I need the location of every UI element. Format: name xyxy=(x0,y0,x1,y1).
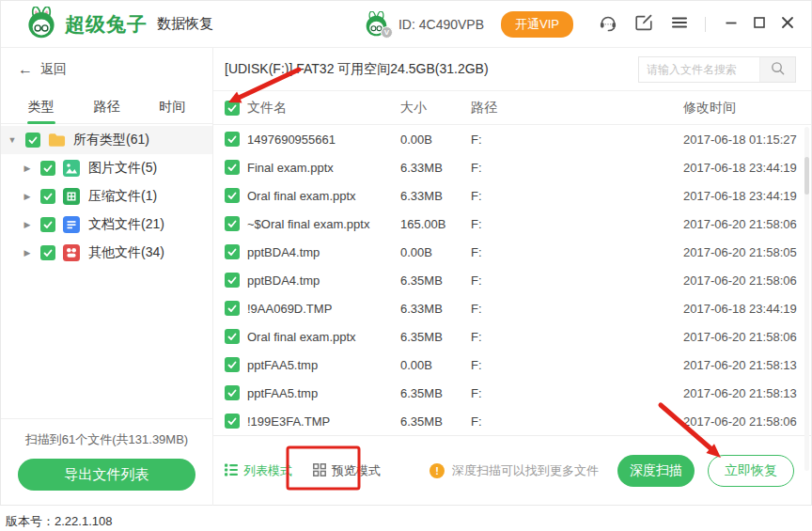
row-checkbox[interactable] xyxy=(225,132,240,147)
cell-modified-time: 2017-06-18 23:44:19 xyxy=(683,189,811,203)
column-header-size[interactable]: 大小 xyxy=(400,100,471,117)
scrollbar-thumb[interactable] xyxy=(804,157,809,195)
tree-item[interactable]: ▼所有类型(61) xyxy=(1,126,212,154)
app-window: 超级兔子 数据恢复 V ID: 4C490VPB 开通VIP xyxy=(0,0,812,506)
row-checkbox[interactable] xyxy=(225,329,240,344)
back-arrow-icon: ← xyxy=(18,61,33,78)
checkbox[interactable] xyxy=(25,133,40,148)
table-row[interactable]: 14976909556610.00BF:2017-06-18 01:15:27 xyxy=(213,125,811,153)
row-checkbox[interactable] xyxy=(225,188,240,203)
row-checkbox[interactable] xyxy=(225,244,240,259)
checkbox[interactable] xyxy=(40,217,55,232)
tree-item[interactable]: ▶图片文件(5) xyxy=(1,154,212,182)
user-avatar-icon[interactable]: V xyxy=(364,11,389,37)
minimize-button[interactable] xyxy=(719,12,743,37)
feedback-button[interactable] xyxy=(630,10,658,39)
menu-button[interactable] xyxy=(665,10,694,39)
maximize-button[interactable] xyxy=(747,12,772,37)
cell-modified-time: 2017-06-18 23:44:19 xyxy=(683,161,811,175)
cell-file-path: F: xyxy=(471,302,683,316)
headset-icon xyxy=(598,12,618,36)
column-header-name[interactable]: 文件名 xyxy=(247,100,400,117)
cell-file-name: pptFAA5.tmp xyxy=(247,386,400,400)
cell-file-size: 6.35MB xyxy=(400,414,471,429)
table-row[interactable]: pptFAA5.tmp6.35MBF:2017-06-20 21:58:13 xyxy=(213,379,811,407)
main-panel: [UDISK(F:)] FAT32 可用空间24.5GB(31.2GB) xyxy=(213,48,811,506)
column-header-modified[interactable]: 修改时间 xyxy=(683,100,811,117)
table-row[interactable]: ~$Oral final exam.pptx165.00BF:2017-06-2… xyxy=(213,210,811,238)
list-mode-label: 列表模式 xyxy=(243,462,292,479)
cell-file-size: 0.00B xyxy=(400,245,471,259)
row-checkbox[interactable] xyxy=(225,160,240,175)
tree-item[interactable]: ▶压缩文件(1) xyxy=(1,182,212,211)
cell-modified-time: 2017-06-20 21:58:13 xyxy=(683,358,811,372)
maximize-icon xyxy=(752,15,767,33)
list-mode-button[interactable]: 列表模式 xyxy=(225,462,292,479)
deep-scan-button[interactable]: 深度扫描 xyxy=(617,455,695,487)
cell-modified-time: 2017-06-20 21:58:13 xyxy=(683,386,811,400)
select-all-checkbox[interactable] xyxy=(225,101,240,116)
close-button[interactable] xyxy=(775,12,800,37)
caret-right-icon[interactable]: ▶ xyxy=(22,220,33,229)
back-button[interactable]: ← 返回 xyxy=(1,48,212,91)
tree-item[interactable]: ▶其他文件(34) xyxy=(1,239,212,267)
cell-file-path: F: xyxy=(471,414,683,429)
table-row[interactable]: pptBDA4.tmp0.00BF:2017-06-20 21:58:05 xyxy=(213,238,811,266)
row-checkbox[interactable] xyxy=(225,273,240,288)
tree-item-label: 压缩文件(1) xyxy=(88,188,157,205)
cell-modified-time: 2017-06-20 21:58:06 xyxy=(683,273,811,288)
table-row[interactable]: !199E3FA.TMP6.35MBF:2017-06-20 21:58:06 xyxy=(213,407,811,435)
cell-file-name: Oral final exam.pptx xyxy=(247,189,400,203)
cell-file-name: pptFAA5.tmp xyxy=(247,358,400,372)
cell-file-size: 6.35MB xyxy=(400,273,471,288)
row-checkbox[interactable] xyxy=(225,216,240,231)
document-file-icon xyxy=(63,216,81,233)
column-header-path[interactable]: 路径 xyxy=(471,100,683,117)
table-row[interactable]: !9AA069D.TMP6.33MBF:2017-06-18 23:44:19 xyxy=(213,294,811,322)
folder-icon xyxy=(48,132,66,148)
sidebar-tab-path[interactable]: 路径 xyxy=(87,91,125,123)
recover-now-button[interactable]: 立即恢复 xyxy=(708,455,794,487)
cell-file-size: 165.00B xyxy=(400,217,471,231)
disk-info-bar: [UDISK(F:)] FAT32 可用空间24.5GB(31.2GB) xyxy=(213,48,811,91)
table-row[interactable]: pptBDA4.tmp6.35MBF:2017-06-20 21:58:06 xyxy=(213,266,811,294)
disk-info: [UDISK(F:)] FAT32 可用空间24.5GB(31.2GB) xyxy=(225,61,489,78)
row-checkbox[interactable] xyxy=(225,357,240,372)
row-checkbox[interactable] xyxy=(225,414,240,429)
row-checkbox[interactable] xyxy=(225,385,240,400)
caret-right-icon[interactable]: ▶ xyxy=(22,164,33,173)
list-mode-icon xyxy=(225,463,238,479)
cell-file-name: ~$Oral final exam.pptx xyxy=(247,217,400,231)
table-row[interactable]: pptFAA5.tmp0.00BF:2017-06-20 21:58:13 xyxy=(213,351,811,379)
tree-item-label: 其他文件(34) xyxy=(88,244,164,261)
preview-mode-button[interactable]: 预览模式 xyxy=(313,462,381,479)
search-icon xyxy=(770,60,786,79)
support-button[interactable] xyxy=(594,10,622,39)
tree-item[interactable]: ▶文档文件(21) xyxy=(1,211,212,239)
row-checkbox[interactable] xyxy=(225,301,240,316)
sidebar-tab-time[interactable]: 时间 xyxy=(153,91,191,123)
cell-file-path: F: xyxy=(471,245,683,259)
checkbox[interactable] xyxy=(40,161,55,176)
table-row[interactable]: Oral final exam.pptx6.35MBF:2017-06-20 2… xyxy=(213,322,811,351)
checkbox[interactable] xyxy=(40,245,55,260)
tree-item-label: 所有类型(61) xyxy=(73,132,149,148)
export-file-list-button[interactable]: 导出文件列表 xyxy=(18,459,195,491)
open-vip-button[interactable]: 开通VIP xyxy=(501,11,573,38)
cell-file-size: 6.33MB xyxy=(400,189,471,203)
sidebar-tab-type[interactable]: 类型 xyxy=(23,91,60,123)
cell-file-path: F: xyxy=(471,330,683,344)
archive-file-icon xyxy=(63,188,81,205)
cell-file-size: 0.00B xyxy=(400,133,471,147)
cell-file-size: 6.33MB xyxy=(400,161,471,175)
caret-down-icon[interactable]: ▼ xyxy=(7,135,18,145)
checkbox[interactable] xyxy=(40,189,55,204)
search-input[interactable] xyxy=(639,57,759,82)
caret-right-icon[interactable]: ▶ xyxy=(22,248,33,258)
scrollbar[interactable] xyxy=(804,127,809,471)
table-row[interactable]: Final exam.pptx6.33MBF:2017-06-18 23:44:… xyxy=(213,153,811,181)
cell-modified-time: 2017-06-20 21:58:05 xyxy=(683,245,811,259)
search-button[interactable] xyxy=(759,57,795,82)
caret-right-icon[interactable]: ▶ xyxy=(22,192,33,201)
table-row[interactable]: Oral final exam.pptx6.33MBF:2017-06-18 2… xyxy=(213,181,811,210)
